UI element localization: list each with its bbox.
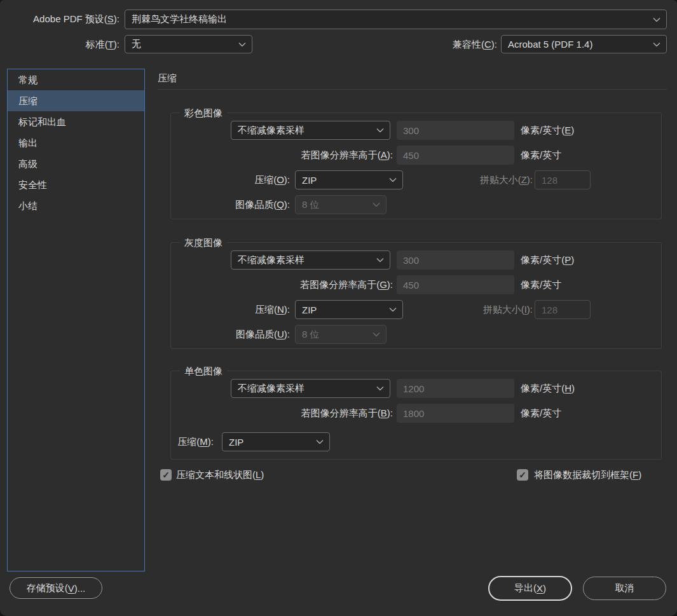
chevron-down-icon (389, 308, 397, 312)
mono-downsampling-dropdown[interactable]: 不缩减像素采样 (231, 379, 390, 398)
mono-resolution-input: 1200 (397, 379, 514, 398)
export-pdf-dialog: Adobe PDF 预设(S): 荆棘鸟文学社终稿输出 标准(T): 无 兼容性… (0, 0, 677, 616)
compatibility-value: Acrobat 5 (PDF 1.4) (508, 39, 592, 50)
color-compression-dropdown[interactable]: ZIP (295, 170, 403, 189)
standard-value: 无 (132, 38, 141, 50)
crop-image-data-checkbox[interactable]: ✓ (517, 469, 528, 481)
mono-threshold-input: 1800 (397, 404, 514, 423)
compress-text-checkbox-label: 压缩文本和线状图(L) (176, 465, 264, 484)
group-legend: 彩色图像 (180, 107, 227, 120)
sidebar-item-summary[interactable]: 小结 (8, 195, 144, 216)
gray-resolution-unit: 像素/英寸(P) (521, 250, 574, 270)
sidebar-item-marks-bleed[interactable]: 标记和出血 (8, 111, 144, 132)
gray-threshold-unit: 像素/英寸 (521, 275, 561, 294)
compatibility-label: 兼容性(C): (381, 35, 497, 53)
gray-tile-size-label: 拼贴大小(I): (406, 300, 533, 319)
dropdown-value: 不缩减像素采样 (238, 383, 304, 395)
preset-label: Adobe PDF 预设(S): (6, 10, 120, 29)
dropdown-value: 8 位 (302, 199, 320, 211)
dropdown-value: ZIP (302, 305, 317, 315)
color-threshold-input: 450 (397, 146, 514, 165)
color-resolution-unit: 像素/英寸(E) (521, 121, 574, 140)
gray-quality-dropdown: 8 位 (295, 325, 386, 344)
gray-threshold-input: 450 (397, 275, 514, 294)
gray-downsampling-dropdown[interactable]: 不缩减像素采样 (231, 250, 390, 270)
color-tile-size-input: 128 (535, 170, 591, 189)
standard-label: 标准(T): (6, 35, 120, 53)
color-downsampling-dropdown[interactable]: 不缩减像素采样 (231, 121, 390, 140)
chevron-down-icon (238, 42, 246, 46)
gray-threshold-label: 若图像分辨率高于(G): (171, 275, 393, 294)
compatibility-dropdown[interactable]: Acrobat 5 (PDF 1.4) (501, 35, 667, 53)
gray-quality-label: 图像品质(U): (171, 325, 290, 344)
color-tile-size-label: 拼贴大小(Z): (406, 170, 533, 189)
sections-list: 常规 压缩 标记和出血 输出 高级 安全性 小结 (7, 69, 145, 572)
export-button[interactable]: 导出(X) (488, 576, 572, 601)
dropdown-value: ZIP (229, 437, 243, 448)
group-legend: 灰度图像 (180, 236, 227, 249)
title-divider (158, 89, 667, 90)
color-quality-label: 图像品质(Q): (171, 195, 290, 214)
sidebar-item-compression[interactable]: 压缩 (8, 90, 144, 111)
chevron-down-icon (653, 17, 660, 22)
gray-compression-dropdown[interactable]: ZIP (295, 300, 403, 319)
color-compression-label: 压缩(O): (171, 170, 290, 189)
standard-dropdown[interactable]: 无 (125, 35, 252, 53)
page-title: 压缩 (158, 72, 177, 85)
chevron-down-icon (653, 42, 660, 46)
gray-compression-label: 压缩(N): (171, 300, 290, 319)
crop-image-data-checkbox-label: 将图像数据裁切到框架(F) (534, 465, 641, 484)
dropdown-value: 不缩减像素采样 (238, 254, 304, 266)
group-legend: 单色图像 (180, 365, 227, 378)
gray-resolution-input: 300 (397, 250, 514, 270)
color-quality-dropdown: 8 位 (295, 195, 386, 214)
dropdown-value: 8 位 (302, 329, 320, 341)
sidebar-item-general[interactable]: 常规 (8, 69, 144, 90)
dropdown-value: 不缩减像素采样 (238, 125, 304, 137)
save-preset-button[interactable]: 存储预设(V)... (10, 577, 102, 599)
color-threshold-unit: 像素/英寸 (521, 146, 561, 165)
dropdown-value: ZIP (302, 175, 317, 186)
mono-threshold-label: 若图像分辨率高于(B): (171, 404, 393, 423)
mono-threshold-unit: 像素/英寸 (521, 404, 561, 423)
preset-combobox[interactable]: 荆棘鸟文学社终稿输出 (125, 10, 667, 29)
check-icon: ✓ (162, 469, 170, 481)
sidebar-item-security[interactable]: 安全性 (8, 174, 144, 195)
preset-value: 荆棘鸟文学社终稿输出 (132, 13, 227, 25)
color-threshold-label: 若图像分辨率高于(A): (171, 146, 393, 165)
chevron-down-icon (376, 387, 384, 391)
chevron-down-icon (373, 203, 380, 207)
gray-tile-size-input: 128 (535, 300, 591, 319)
color-resolution-input: 300 (397, 121, 514, 140)
mono-images-group: 单色图像 不缩减像素采样 1200 像素/英寸(H) 若图像分辨率高于(B): … (170, 371, 662, 460)
color-images-group: 彩色图像 不缩减像素采样 300 像素/英寸(E) 若图像分辨率高于(A): 4… (170, 113, 662, 219)
chevron-down-icon (376, 258, 384, 263)
sidebar-item-advanced[interactable]: 高级 (8, 153, 144, 174)
mono-compression-label: 压缩(M): (171, 432, 214, 451)
check-icon: ✓ (519, 469, 526, 481)
grayscale-images-group: 灰度图像 不缩减像素采样 300 像素/英寸(P) 若图像分辨率高于(G): 4… (170, 242, 662, 349)
chevron-down-icon (389, 178, 397, 182)
mono-compression-dropdown[interactable]: ZIP (222, 432, 330, 451)
sidebar-item-output[interactable]: 输出 (8, 132, 144, 153)
mono-resolution-unit: 像素/英寸(H) (521, 379, 575, 398)
chevron-down-icon (373, 332, 380, 337)
compress-text-checkbox[interactable]: ✓ (160, 469, 172, 481)
cancel-button[interactable]: 取消 (583, 577, 666, 600)
chevron-down-icon (316, 440, 324, 444)
chevron-down-icon (376, 128, 384, 133)
